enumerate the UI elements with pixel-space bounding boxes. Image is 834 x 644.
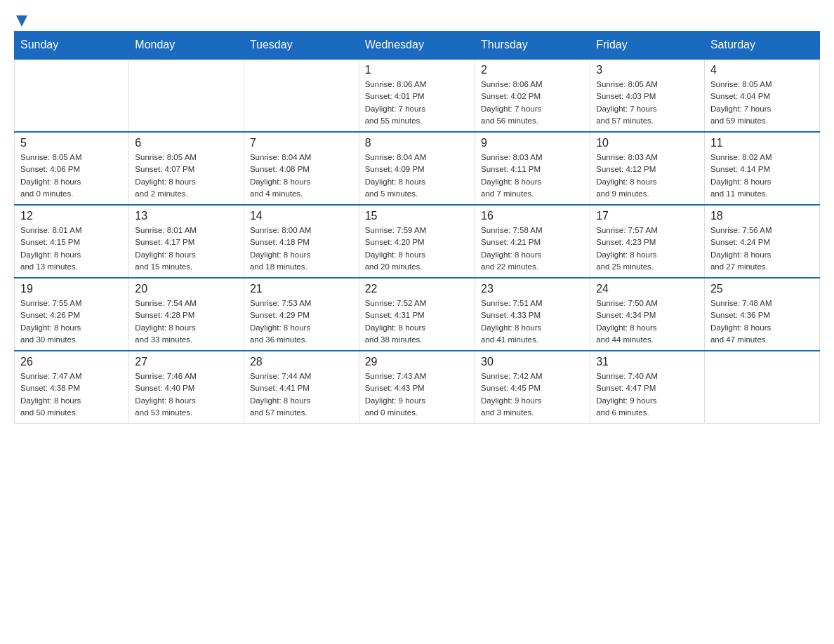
- day-info: Sunrise: 7:59 AM Sunset: 4:20 PM Dayligh…: [365, 224, 469, 273]
- calendar-cell: [244, 59, 359, 132]
- calendar-week-row: 19Sunrise: 7:55 AM Sunset: 4:26 PM Dayli…: [15, 278, 820, 351]
- day-number: 11: [710, 137, 814, 149]
- calendar-cell: 14Sunrise: 8:00 AM Sunset: 4:18 PM Dayli…: [244, 205, 359, 278]
- calendar-cell: 7Sunrise: 8:04 AM Sunset: 4:08 PM Daylig…: [244, 132, 359, 205]
- calendar-cell: 9Sunrise: 8:03 AM Sunset: 4:11 PM Daylig…: [475, 132, 590, 205]
- day-number: 24: [596, 283, 699, 295]
- day-info: Sunrise: 7:50 AM Sunset: 4:34 PM Dayligh…: [596, 297, 699, 346]
- calendar-week-row: 26Sunrise: 7:47 AM Sunset: 4:38 PM Dayli…: [15, 351, 820, 424]
- calendar-header-sunday: Sunday: [15, 32, 129, 60]
- calendar-header-thursday: Thursday: [475, 32, 590, 60]
- day-info: Sunrise: 7:43 AM Sunset: 4:43 PM Dayligh…: [365, 370, 469, 419]
- calendar-cell: 10Sunrise: 8:03 AM Sunset: 4:12 PM Dayli…: [590, 132, 705, 205]
- day-info: Sunrise: 7:48 AM Sunset: 4:36 PM Dayligh…: [710, 297, 814, 346]
- calendar-cell: 29Sunrise: 7:43 AM Sunset: 4:43 PM Dayli…: [359, 351, 475, 424]
- day-info: Sunrise: 7:42 AM Sunset: 4:45 PM Dayligh…: [481, 370, 584, 419]
- calendar-cell: 24Sunrise: 7:50 AM Sunset: 4:34 PM Dayli…: [590, 278, 705, 351]
- calendar-cell: 13Sunrise: 8:01 AM Sunset: 4:17 PM Dayli…: [129, 205, 244, 278]
- calendar-cell: 6Sunrise: 8:05 AM Sunset: 4:07 PM Daylig…: [129, 132, 244, 205]
- calendar-header-wednesday: Wednesday: [359, 32, 475, 60]
- day-number: 7: [250, 137, 353, 149]
- calendar-table: SundayMondayTuesdayWednesdayThursdayFrid…: [14, 31, 820, 424]
- calendar-cell: 25Sunrise: 7:48 AM Sunset: 4:36 PM Dayli…: [704, 278, 819, 351]
- day-number: 22: [365, 283, 469, 295]
- day-info: Sunrise: 8:05 AM Sunset: 4:03 PM Dayligh…: [596, 79, 699, 127]
- day-number: 30: [481, 356, 584, 368]
- calendar-cell: 4Sunrise: 8:05 AM Sunset: 4:04 PM Daylig…: [704, 59, 819, 132]
- day-number: 1: [365, 64, 469, 76]
- day-number: 6: [135, 137, 238, 149]
- day-number: 8: [365, 137, 469, 149]
- day-info: Sunrise: 7:40 AM Sunset: 4:47 PM Dayligh…: [596, 370, 699, 419]
- calendar-cell: 8Sunrise: 8:04 AM Sunset: 4:09 PM Daylig…: [359, 132, 475, 205]
- calendar-cell: 26Sunrise: 7:47 AM Sunset: 4:38 PM Dayli…: [15, 351, 129, 424]
- day-number: 29: [365, 356, 469, 368]
- calendar-cell: 5Sunrise: 8:05 AM Sunset: 4:06 PM Daylig…: [15, 132, 129, 205]
- day-info: Sunrise: 8:01 AM Sunset: 4:17 PM Dayligh…: [135, 224, 238, 273]
- day-info: Sunrise: 8:06 AM Sunset: 4:02 PM Dayligh…: [481, 79, 584, 127]
- day-info: Sunrise: 8:05 AM Sunset: 4:07 PM Dayligh…: [135, 152, 238, 200]
- calendar-header-friday: Friday: [590, 32, 705, 60]
- calendar-header-tuesday: Tuesday: [244, 32, 359, 60]
- day-number: 2: [481, 64, 584, 76]
- calendar-cell: 28Sunrise: 7:44 AM Sunset: 4:41 PM Dayli…: [244, 351, 359, 424]
- calendar-week-row: 12Sunrise: 8:01 AM Sunset: 4:15 PM Dayli…: [15, 205, 820, 278]
- day-info: Sunrise: 7:46 AM Sunset: 4:40 PM Dayligh…: [135, 370, 238, 419]
- day-info: Sunrise: 7:55 AM Sunset: 4:26 PM Dayligh…: [20, 297, 123, 346]
- logo: [14, 14, 27, 24]
- calendar-header-saturday: Saturday: [704, 32, 819, 60]
- calendar-week-row: 1Sunrise: 8:06 AM Sunset: 4:01 PM Daylig…: [15, 59, 820, 132]
- calendar-cell: 19Sunrise: 7:55 AM Sunset: 4:26 PM Dayli…: [15, 278, 129, 351]
- day-number: 15: [365, 210, 469, 222]
- day-number: 12: [20, 210, 123, 222]
- calendar-cell: 23Sunrise: 7:51 AM Sunset: 4:33 PM Dayli…: [475, 278, 590, 351]
- calendar-cell: 20Sunrise: 7:54 AM Sunset: 4:28 PM Dayli…: [129, 278, 244, 351]
- day-info: Sunrise: 8:02 AM Sunset: 4:14 PM Dayligh…: [710, 152, 814, 200]
- calendar-cell: [129, 59, 244, 132]
- calendar-cell: 16Sunrise: 7:58 AM Sunset: 4:21 PM Dayli…: [475, 205, 590, 278]
- calendar-cell: 31Sunrise: 7:40 AM Sunset: 4:47 PM Dayli…: [590, 351, 705, 424]
- calendar-cell: [704, 351, 819, 424]
- day-info: Sunrise: 8:04 AM Sunset: 4:08 PM Dayligh…: [250, 152, 353, 200]
- calendar-cell: 18Sunrise: 7:56 AM Sunset: 4:24 PM Dayli…: [704, 205, 819, 278]
- calendar-week-row: 5Sunrise: 8:05 AM Sunset: 4:06 PM Daylig…: [15, 132, 820, 205]
- day-number: 10: [596, 137, 699, 149]
- calendar-cell: 11Sunrise: 8:02 AM Sunset: 4:14 PM Dayli…: [704, 132, 819, 205]
- day-info: Sunrise: 7:57 AM Sunset: 4:23 PM Dayligh…: [596, 224, 699, 273]
- day-number: 13: [135, 210, 238, 222]
- day-number: 5: [20, 137, 123, 149]
- day-number: 9: [481, 137, 584, 149]
- calendar-cell: 1Sunrise: 8:06 AM Sunset: 4:01 PM Daylig…: [359, 59, 475, 132]
- day-number: 3: [596, 64, 699, 76]
- day-number: 14: [250, 210, 353, 222]
- day-info: Sunrise: 7:47 AM Sunset: 4:38 PM Dayligh…: [20, 370, 123, 419]
- calendar-cell: 3Sunrise: 8:05 AM Sunset: 4:03 PM Daylig…: [590, 59, 705, 132]
- calendar-cell: 2Sunrise: 8:06 AM Sunset: 4:02 PM Daylig…: [475, 59, 590, 132]
- calendar-cell: 12Sunrise: 8:01 AM Sunset: 4:15 PM Dayli…: [15, 205, 129, 278]
- calendar-cell: 27Sunrise: 7:46 AM Sunset: 4:40 PM Dayli…: [129, 351, 244, 424]
- calendar-header-monday: Monday: [129, 32, 244, 60]
- day-info: Sunrise: 8:05 AM Sunset: 4:04 PM Dayligh…: [710, 79, 814, 127]
- calendar-header-row: SundayMondayTuesdayWednesdayThursdayFrid…: [15, 32, 820, 60]
- day-info: Sunrise: 7:51 AM Sunset: 4:33 PM Dayligh…: [481, 297, 584, 346]
- calendar-cell: 17Sunrise: 7:57 AM Sunset: 4:23 PM Dayli…: [590, 205, 705, 278]
- calendar-cell: 15Sunrise: 7:59 AM Sunset: 4:20 PM Dayli…: [359, 205, 475, 278]
- day-info: Sunrise: 8:06 AM Sunset: 4:01 PM Dayligh…: [365, 79, 469, 127]
- day-number: 28: [250, 356, 353, 368]
- day-number: 17: [596, 210, 699, 222]
- calendar-cell: 21Sunrise: 7:53 AM Sunset: 4:29 PM Dayli…: [244, 278, 359, 351]
- calendar-cell: [15, 59, 129, 132]
- day-info: Sunrise: 7:53 AM Sunset: 4:29 PM Dayligh…: [250, 297, 353, 346]
- day-number: 16: [481, 210, 584, 222]
- day-info: Sunrise: 8:04 AM Sunset: 4:09 PM Dayligh…: [365, 152, 469, 200]
- day-number: 20: [135, 283, 238, 295]
- day-number: 26: [20, 356, 123, 368]
- day-number: 27: [135, 356, 238, 368]
- day-info: Sunrise: 7:54 AM Sunset: 4:28 PM Dayligh…: [135, 297, 238, 346]
- day-number: 31: [596, 356, 699, 368]
- day-info: Sunrise: 7:52 AM Sunset: 4:31 PM Dayligh…: [365, 297, 469, 346]
- calendar-cell: 22Sunrise: 7:52 AM Sunset: 4:31 PM Dayli…: [359, 278, 475, 351]
- day-info: Sunrise: 8:05 AM Sunset: 4:06 PM Dayligh…: [20, 152, 123, 200]
- day-number: 4: [710, 64, 814, 76]
- logo-triangle-icon: [16, 15, 27, 27]
